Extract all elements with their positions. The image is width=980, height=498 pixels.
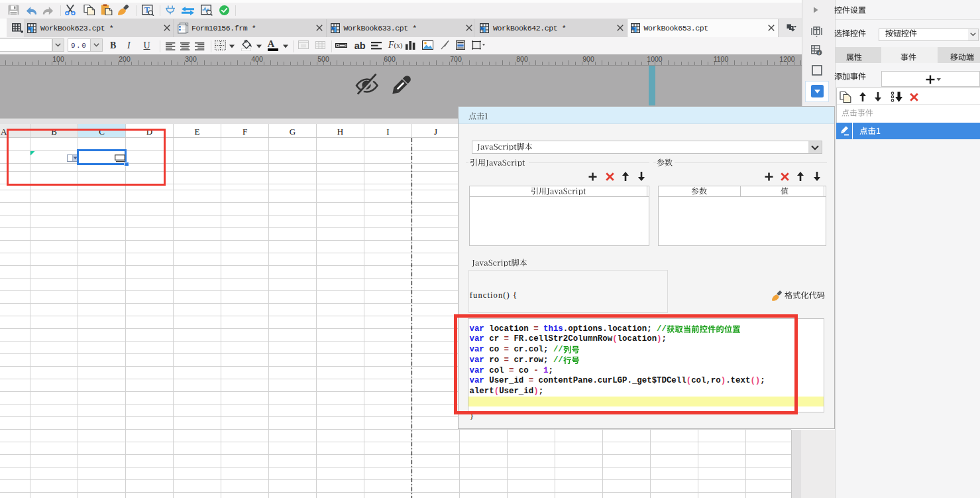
svg-text:i: i bbox=[818, 50, 820, 55]
